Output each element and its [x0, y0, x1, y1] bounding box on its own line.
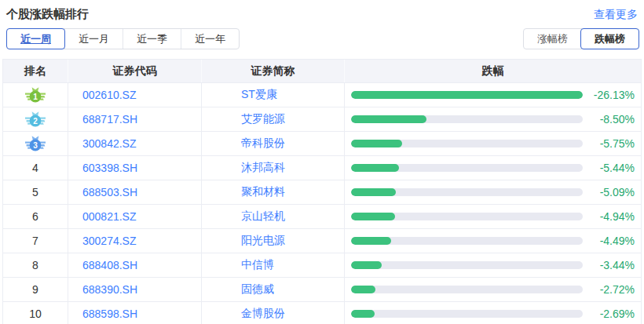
decline-percent: -5.09%: [583, 186, 635, 198]
table-row[interactable]: 2 688717.SH 艾罗能源 -8.50%: [3, 107, 641, 131]
stock-name-link[interactable]: 固德威: [201, 278, 344, 301]
decline-percent: -4.94%: [583, 210, 635, 223]
table-row[interactable]: 8 688408.SH 中信博 -3.44%: [3, 253, 641, 277]
decline-bar-fill: [351, 261, 382, 269]
tab-losers-board[interactable]: 跌幅榜: [580, 28, 639, 49]
stock-name-link[interactable]: 艾罗能源: [201, 107, 344, 131]
decline-bar-track: [351, 237, 583, 245]
column-header-name: 证券简称: [201, 60, 344, 82]
decline-bar-fill: [351, 213, 395, 220]
table-body: 1 002610.SZ ST爱康 -26.13% 2: [3, 82, 641, 324]
decline-bar-fill: [351, 237, 391, 245]
decline-percent: -8.50%: [583, 113, 635, 126]
rank-number: 7: [32, 235, 38, 247]
decline-bar-track: [351, 261, 583, 269]
table-row[interactable]: 5 688503.SH 聚和材料 -5.09%: [3, 180, 641, 204]
stock-code-link[interactable]: 688598.SH: [68, 302, 201, 324]
view-more-link[interactable]: 查看更多: [594, 8, 638, 22]
table-row[interactable]: 10 688598.SH 金博股份 -2.69%: [3, 301, 641, 324]
table-row[interactable]: 9 688390.SH 固德威 -2.72%: [3, 277, 641, 301]
table-row[interactable]: 4 603398.SH 沐邦高科 -5.44%: [3, 155, 641, 180]
stock-code-link[interactable]: 603398.SH: [68, 156, 201, 180]
tab-last-year[interactable]: 近一年: [181, 29, 239, 49]
ranking-table: 排名 证券代码 证券简称 跌幅 1 002610.SZ ST爱康 -: [2, 59, 642, 324]
svg-text:2: 2: [33, 117, 38, 126]
decline-bar-fill: [351, 286, 375, 293]
rank-number: 6: [32, 210, 38, 223]
decline-percent: -2.69%: [583, 308, 635, 320]
stock-name-link[interactable]: ST爱康: [201, 83, 344, 107]
page-title: 个股涨跌幅排行: [6, 7, 89, 22]
tab-gainers-board[interactable]: 涨幅榜: [524, 29, 581, 49]
decline-bar-fill: [351, 164, 399, 172]
tab-last-month[interactable]: 近一月: [64, 29, 123, 49]
decline-bar-track: [351, 213, 583, 220]
stock-code-link[interactable]: 300842.SZ: [68, 132, 201, 155]
tab-last-week[interactable]: 近一周: [6, 28, 65, 49]
section-header: 个股涨跌幅排行 查看更多: [0, 0, 644, 22]
stock-code-link[interactable]: 000821.SZ: [68, 205, 201, 228]
stock-code-link[interactable]: 688503.SH: [68, 180, 201, 204]
decline-bar-fill: [351, 91, 583, 99]
decline-bar-track: [351, 91, 583, 99]
decline-bar-track: [351, 286, 583, 293]
board-toggle-group: 涨幅榜 跌幅榜: [523, 28, 639, 49]
stock-name-link[interactable]: 金博股份: [201, 302, 344, 324]
column-header-change: 跌幅: [344, 60, 641, 82]
period-tab-group: 近一周 近一月 近一季 近一年: [6, 28, 240, 49]
table-row[interactable]: 3 300842.SZ 帝科股份 -5.75%: [3, 131, 641, 155]
decline-bar-track: [351, 115, 583, 123]
table-row[interactable]: 1 002610.SZ ST爱康 -26.13%: [3, 82, 641, 107]
rank-number: 10: [29, 308, 42, 320]
decline-bar-fill: [351, 140, 402, 147]
rank-medal-icon: 3: [25, 135, 46, 152]
stock-code-link[interactable]: 300274.SZ: [68, 229, 201, 253]
stock-code-link[interactable]: 688408.SH: [68, 253, 201, 277]
svg-text:1: 1: [33, 93, 38, 101]
rank-medal-icon: 1: [25, 86, 46, 104]
stock-name-link[interactable]: 聚和材料: [201, 180, 344, 204]
decline-bar-track: [351, 188, 583, 196]
rank-number: 5: [32, 186, 38, 198]
decline-bar-track: [351, 164, 583, 172]
rank-medal-icon: 2: [25, 111, 46, 128]
stock-name-link[interactable]: 帝科股份: [201, 132, 344, 155]
decline-percent: -5.44%: [583, 162, 635, 174]
decline-bar-track: [351, 140, 583, 147]
stock-name-link[interactable]: 阳光电源: [201, 229, 344, 253]
stock-code-link[interactable]: 688717.SH: [68, 107, 201, 131]
decline-bar-track: [351, 310, 583, 318]
table-row[interactable]: 7 300274.SZ 阳光电源 -4.49%: [3, 228, 641, 253]
decline-bar-fill: [351, 115, 426, 123]
column-header-rank: 排名: [3, 60, 68, 82]
decline-bar-fill: [351, 188, 396, 196]
table-header-row: 排名 证券代码 证券简称 跌幅: [3, 60, 641, 82]
decline-bar-fill: [351, 310, 375, 318]
rank-number: 4: [32, 162, 38, 174]
decline-percent: -5.75%: [583, 137, 635, 150]
decline-percent: -26.13%: [583, 89, 635, 101]
decline-percent: -4.49%: [583, 235, 635, 247]
stock-name-link[interactable]: 中信博: [201, 253, 344, 277]
stock-name-link[interactable]: 京山轻机: [201, 205, 344, 228]
stock-name-link[interactable]: 沐邦高科: [201, 156, 344, 180]
table-row[interactable]: 6 000821.SZ 京山轻机 -4.94%: [3, 204, 641, 228]
decline-percent: -2.72%: [583, 283, 635, 296]
decline-percent: -3.44%: [583, 259, 635, 271]
tab-last-quarter[interactable]: 近一季: [123, 29, 181, 49]
stock-code-link[interactable]: 688390.SH: [68, 278, 201, 301]
rank-number: 9: [32, 283, 38, 296]
column-header-code: 证券代码: [68, 60, 201, 82]
rank-number: 8: [32, 259, 38, 271]
controls-row: 近一周 近一月 近一季 近一年 涨幅榜 跌幅榜: [6, 28, 639, 50]
stock-code-link[interactable]: 002610.SZ: [68, 83, 201, 107]
svg-text:3: 3: [33, 141, 38, 150]
